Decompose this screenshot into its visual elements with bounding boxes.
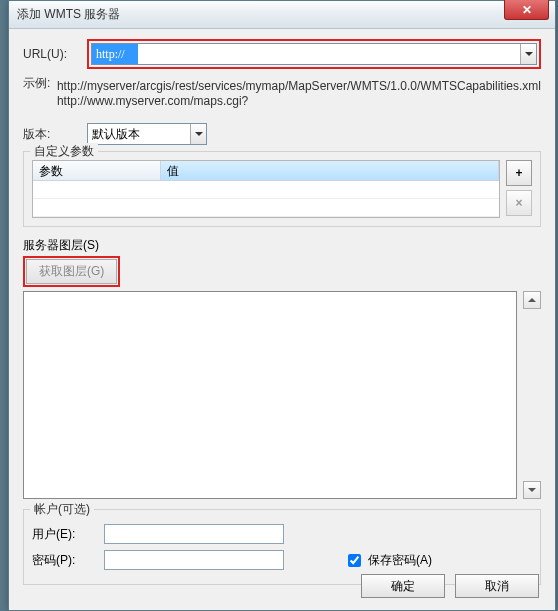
chevron-up-icon bbox=[528, 298, 536, 302]
dialog-window: 添加 WMTS 服务器 ✕ URL(U): // simulate select… bbox=[8, 0, 556, 611]
example-label: 示例: bbox=[23, 75, 57, 92]
url-input[interactable] bbox=[92, 44, 520, 64]
account-legend: 帐户(可选) bbox=[30, 501, 94, 518]
params-header: 参数 值 bbox=[33, 161, 499, 181]
password-row: 密码(P): 保存密码(A) bbox=[32, 550, 532, 570]
example-text: http://myserver/arcgis/rest/services/mym… bbox=[57, 79, 541, 109]
url-highlight-box bbox=[87, 39, 541, 69]
url-dropdown-arrow[interactable] bbox=[520, 44, 536, 64]
version-combobox[interactable]: 默认版本 bbox=[87, 123, 207, 145]
params-table[interactable]: 参数 值 bbox=[32, 160, 500, 218]
example-line1: http://myserver/arcgis/rest/services/mym… bbox=[57, 79, 541, 94]
move-down-button[interactable] bbox=[523, 481, 541, 499]
chevron-down-icon bbox=[195, 132, 203, 136]
save-password-label: 保存密码(A) bbox=[368, 552, 432, 569]
titlebar: 添加 WMTS 服务器 ✕ bbox=[9, 1, 555, 29]
user-row: 用户(E): bbox=[32, 524, 532, 544]
url-combobox[interactable] bbox=[91, 43, 537, 65]
password-input[interactable] bbox=[104, 550, 284, 570]
chevron-down-icon bbox=[525, 52, 533, 56]
get-layers-highlight: 获取图层(G) bbox=[23, 256, 120, 287]
cancel-label: 取消 bbox=[485, 578, 509, 595]
plus-icon: + bbox=[515, 166, 522, 180]
custom-params-legend: 自定义参数 bbox=[30, 143, 98, 160]
version-label: 版本: bbox=[23, 126, 87, 143]
example-row: 示例: http://myserver/arcgis/rest/services… bbox=[23, 75, 541, 117]
layers-scroll-buttons bbox=[523, 291, 541, 499]
move-up-button[interactable] bbox=[523, 291, 541, 309]
params-area: 参数 值 + × bbox=[32, 160, 532, 218]
ok-button[interactable]: 确定 bbox=[361, 574, 445, 598]
col-header-param[interactable]: 参数 bbox=[33, 161, 161, 180]
add-param-button[interactable]: + bbox=[506, 160, 532, 186]
user-label: 用户(E): bbox=[32, 526, 104, 543]
url-label: URL(U): bbox=[23, 47, 87, 61]
dialog-body: URL(U): // simulate selected text highli… bbox=[9, 29, 555, 610]
version-dropdown-arrow[interactable] bbox=[190, 124, 206, 144]
table-row[interactable] bbox=[33, 181, 499, 199]
server-layers-label: 服务器图层(S) bbox=[23, 237, 541, 254]
close-button[interactable]: ✕ bbox=[504, 0, 549, 20]
get-layers-button[interactable]: 获取图层(G) bbox=[26, 259, 117, 284]
dialog-footer: 确定 取消 bbox=[361, 574, 539, 598]
remove-param-button[interactable]: × bbox=[506, 190, 532, 216]
password-label: 密码(P): bbox=[32, 552, 104, 569]
params-rows[interactable] bbox=[33, 181, 499, 217]
remove-icon: × bbox=[515, 196, 522, 210]
save-password-checkbox[interactable] bbox=[348, 554, 361, 567]
version-selected: 默认版本 bbox=[88, 124, 190, 144]
params-side-buttons: + × bbox=[506, 160, 532, 218]
version-row: 版本: 默认版本 bbox=[23, 123, 541, 145]
cancel-button[interactable]: 取消 bbox=[455, 574, 539, 598]
window-title: 添加 WMTS 服务器 bbox=[17, 6, 120, 23]
ok-label: 确定 bbox=[391, 578, 415, 595]
table-row[interactable] bbox=[33, 199, 499, 217]
url-row: URL(U): bbox=[23, 39, 541, 69]
save-password-wrap[interactable]: 保存密码(A) bbox=[344, 551, 432, 570]
custom-params-fieldset: 自定义参数 参数 值 + × bbox=[23, 151, 541, 227]
user-input[interactable] bbox=[104, 524, 284, 544]
col-header-value[interactable]: 值 bbox=[161, 161, 499, 180]
layers-area bbox=[23, 291, 541, 499]
example-line2: http://www.myserver.com/maps.cgi? bbox=[57, 94, 541, 109]
chevron-down-icon bbox=[528, 488, 536, 492]
layers-listbox[interactable] bbox=[23, 291, 517, 499]
close-icon: ✕ bbox=[522, 3, 532, 17]
